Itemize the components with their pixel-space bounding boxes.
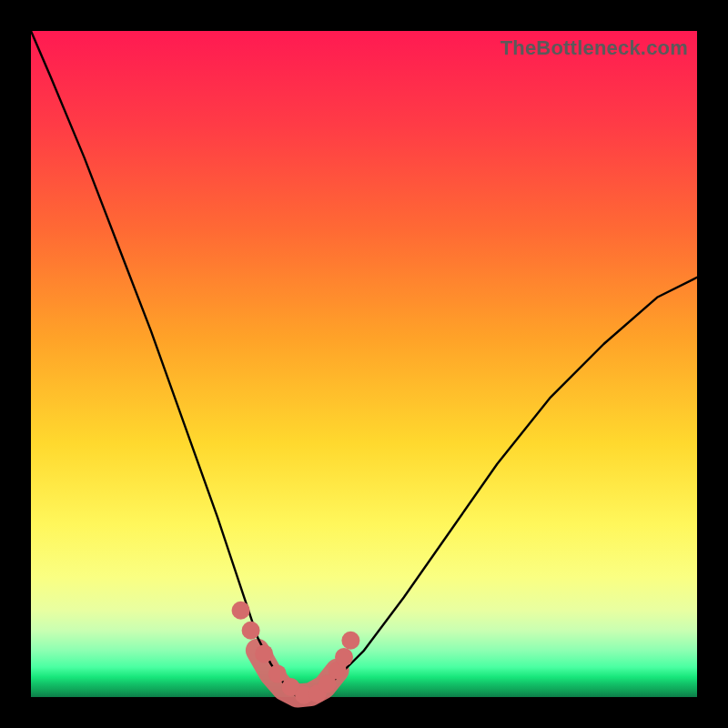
- curve-marker: [242, 622, 260, 640]
- curve-marker: [268, 664, 287, 682]
- curve-marker: [255, 644, 273, 662]
- chart-frame: TheBottleneck.com: [0, 0, 728, 728]
- curve-marker: [232, 602, 250, 620]
- plot-area: TheBottleneck.com: [31, 31, 697, 697]
- curve-marker: [335, 648, 353, 666]
- bottleneck-curve: [31, 31, 697, 697]
- curve-layer: [31, 31, 697, 697]
- curve-marker: [341, 632, 359, 650]
